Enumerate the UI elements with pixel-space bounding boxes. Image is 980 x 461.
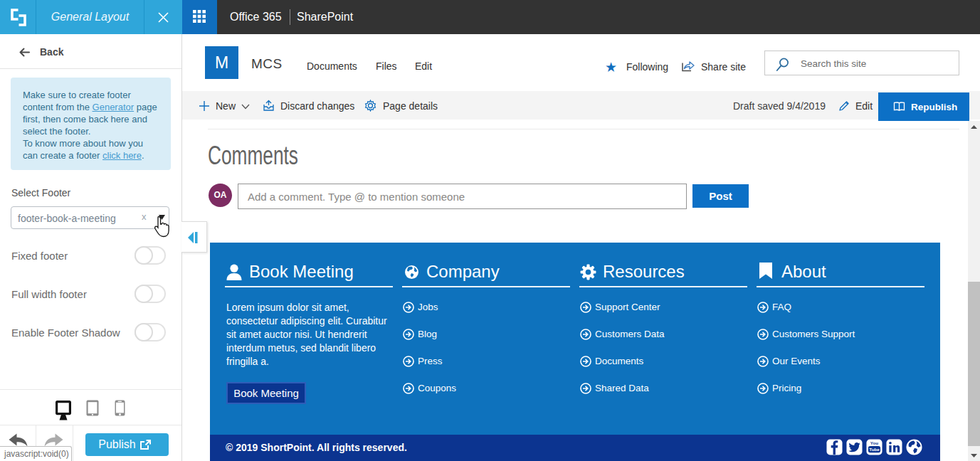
svg-text:You: You: [870, 440, 878, 445]
svg-text:Tube: Tube: [869, 447, 880, 452]
